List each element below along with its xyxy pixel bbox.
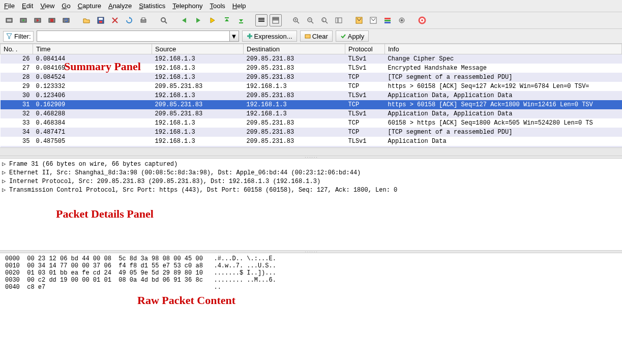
first-icon[interactable] — [221, 14, 233, 26]
svg-marker-23 — [239, 19, 243, 22]
packet-row[interactable]: 280.084524192.168.1.3209.85.231.83TCP[TC… — [1, 73, 622, 82]
detail-row[interactable]: ▷Internet Protocol, Src: 209.85.231.83 (… — [0, 177, 622, 186]
plus-icon — [247, 33, 253, 39]
col-header[interactable]: Destination — [244, 44, 345, 54]
svg-point-48 — [401, 19, 403, 21]
close-icon[interactable] — [109, 14, 121, 26]
filter-dropdown[interactable]: ▼ — [230, 31, 239, 42]
detail-row[interactable]: ▷Ethernet II, Src: Shanghai_8d:3a:98 (00… — [0, 168, 622, 177]
packet-row[interactable]: 350.487505192.168.1.3209.85.231.83TLSv1A… — [1, 137, 622, 146]
packet-row[interactable]: 330.468384192.168.1.3209.85.231.83TCP601… — [1, 118, 622, 128]
back-icon[interactable] — [178, 14, 190, 26]
prefs-icon[interactable] — [396, 14, 408, 26]
save-icon[interactable] — [95, 14, 107, 26]
jump-icon[interactable] — [206, 14, 219, 26]
filter-icon — [6, 33, 13, 40]
svg-rect-28 — [273, 18, 279, 19]
autoscroll-icon[interactable] — [270, 14, 282, 26]
col-header[interactable]: Info — [385, 44, 622, 54]
open-icon[interactable] — [80, 14, 93, 26]
svg-line-35 — [311, 21, 313, 23]
annotation-details: Packet Details Panel — [56, 207, 154, 221]
expand-icon[interactable]: ▷ — [2, 169, 7, 176]
packet-bytes-panel[interactable]: 0000 00 23 12 06 bd 44 00 08 5c 8d 3a 98… — [0, 253, 622, 364]
help-icon[interactable] — [416, 14, 428, 26]
menu-file[interactable]: File — [4, 2, 15, 10]
col-header[interactable]: Time — [33, 44, 152, 54]
menu-help[interactable]: Help — [232, 2, 246, 10]
capture-filters-icon[interactable] — [353, 14, 365, 26]
main-toolbar: 1 — [0, 12, 622, 29]
svg-line-31 — [297, 21, 299, 23]
reload-icon[interactable] — [123, 14, 135, 26]
detail-row[interactable]: ▷Frame 31 (66 bytes on wire, 66 bytes ca… — [0, 160, 622, 168]
col-header[interactable]: No. . — [1, 44, 33, 54]
hscrollbar[interactable] — [0, 147, 622, 156]
packet-row[interactable]: 300.123406192.168.1.3209.85.231.83TLSv1A… — [1, 91, 622, 100]
stop-icon[interactable] — [46, 14, 58, 26]
print-icon[interactable] — [137, 14, 150, 26]
svg-rect-46 — [384, 22, 391, 23]
menu-analyze[interactable]: Analyze — [108, 2, 132, 10]
svg-rect-53 — [305, 35, 310, 38]
check-icon — [340, 33, 346, 39]
svg-rect-25 — [258, 19, 264, 20]
resize-cols-icon[interactable] — [333, 14, 345, 26]
last-icon[interactable] — [235, 14, 247, 26]
svg-point-15 — [161, 18, 165, 22]
svg-rect-44 — [384, 18, 391, 19]
packet-details-panel[interactable]: Packet Details Panel ▷Frame 31 (66 bytes… — [0, 159, 622, 250]
packet-list[interactable]: No. .TimeSourceDestinationProtocolInfo 2… — [0, 44, 622, 147]
start-icon[interactable] — [32, 14, 44, 26]
svg-rect-7 — [50, 19, 53, 22]
zoom-in-icon[interactable] — [290, 14, 302, 26]
svg-rect-14 — [142, 18, 145, 20]
zoom-100-icon[interactable]: 1 — [318, 14, 331, 26]
packet-row[interactable]: 260.084144192.168.1.3209.85.231.83TLSv1C… — [1, 54, 622, 64]
menu-statistics[interactable]: Statistics — [139, 2, 165, 10]
apply-button[interactable]: Apply — [336, 31, 369, 42]
display-filters-icon[interactable] — [367, 14, 379, 26]
col-header[interactable]: Source — [152, 44, 244, 54]
svg-rect-11 — [99, 21, 102, 23]
packet-row[interactable]: 290.123332209.85.231.83192.168.1.3TCPhtt… — [1, 82, 622, 91]
detail-row[interactable]: ▷Transmission Control Protocol, Src Port… — [0, 186, 622, 194]
options-icon[interactable] — [17, 14, 29, 26]
menu-edit[interactable]: Edit — [22, 2, 33, 10]
packet-row[interactable]: 360.487575192.168.1.3209.85.231.83TLSv1A… — [1, 146, 622, 147]
clear-button[interactable]: Clear — [300, 31, 333, 42]
find-icon[interactable] — [158, 14, 170, 26]
menu-telephony[interactable]: Telephony — [172, 2, 202, 10]
colorize-icon[interactable] — [255, 14, 268, 26]
svg-rect-42 — [356, 17, 362, 23]
col-header[interactable]: Protocol — [345, 44, 385, 54]
packet-row[interactable]: 320.468288209.85.231.83192.168.1.3TLSv1A… — [1, 109, 622, 118]
expression-button[interactable]: Expression... — [242, 31, 297, 42]
menu-go[interactable]: Go — [62, 2, 70, 10]
hex-dump[interactable]: 0000 00 23 12 06 bd 44 00 08 5c 8d 3a 98… — [5, 255, 617, 291]
menu-bar: FileEditViewGoCaptureAnalyzeStatisticsTe… — [0, 0, 622, 12]
svg-marker-18 — [196, 18, 200, 23]
coloring-rules-icon[interactable] — [381, 14, 394, 26]
svg-rect-26 — [258, 21, 264, 22]
filter-toolbar: Filter: ▼ Expression... Clear Apply — [0, 29, 622, 44]
expand-icon[interactable]: ▷ — [2, 177, 7, 185]
svg-rect-41 — [338, 18, 342, 23]
restart-icon[interactable] — [60, 14, 72, 26]
menu-view[interactable]: View — [40, 2, 54, 10]
packet-row[interactable]: 310.162909209.85.231.83192.168.1.3TCPhtt… — [1, 100, 622, 109]
filter-input[interactable] — [37, 31, 230, 42]
packet-row[interactable]: 340.487471192.168.1.3209.85.231.83TCP[TC… — [1, 128, 622, 137]
forward-icon[interactable] — [192, 14, 204, 26]
svg-rect-40 — [336, 18, 338, 23]
menu-tools[interactable]: Tools — [210, 2, 225, 10]
filter-label-box[interactable]: Filter: — [3, 31, 34, 42]
menu-capture[interactable]: Capture — [78, 2, 101, 10]
packet-row[interactable]: 270.084169192.168.1.3209.85.231.83TLSv1E… — [1, 64, 622, 73]
expand-icon[interactable]: ▷ — [2, 160, 7, 168]
svg-rect-24 — [258, 18, 264, 19]
interfaces-icon[interactable] — [3, 14, 15, 26]
expand-icon[interactable]: ▷ — [2, 186, 7, 194]
zoom-out-icon[interactable] — [304, 14, 316, 26]
svg-marker-17 — [182, 18, 186, 23]
